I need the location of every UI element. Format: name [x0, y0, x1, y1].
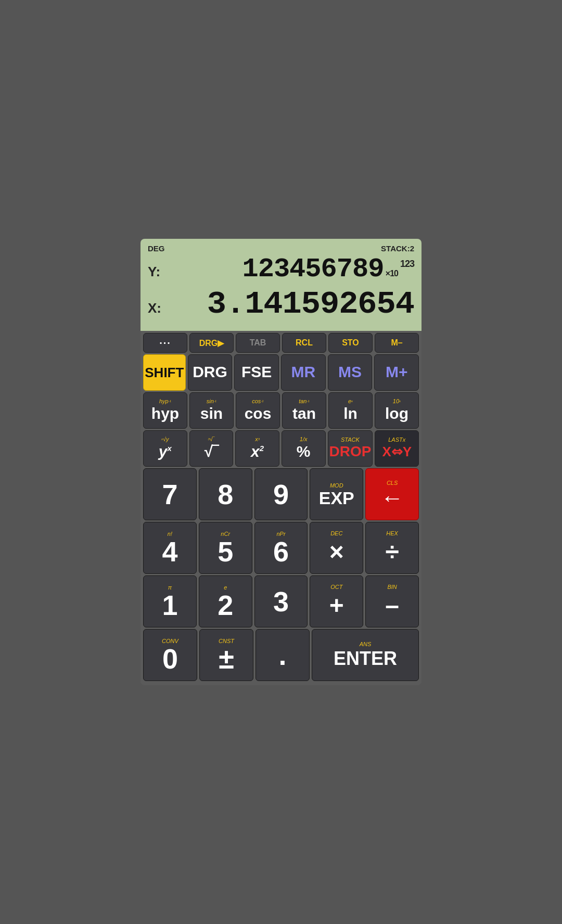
tab-label: TAB [250, 338, 266, 348]
rcl-label: RCL [296, 338, 313, 348]
sin-button[interactable]: sin-1 sin [189, 392, 234, 429]
shift-label: SHIFT [145, 365, 184, 381]
display-x-value: 3.141592654 [167, 286, 414, 323]
enter-label: ENTER [334, 648, 397, 670]
display-x10: ×10 [384, 269, 398, 278]
drg-top-label: DRG▶ [199, 338, 224, 348]
drop-button[interactable]: STACK DROP [328, 430, 373, 467]
shift-button[interactable]: SHIFT [143, 354, 186, 391]
dot-label: . [278, 641, 286, 669]
fse-button[interactable]: FSE [234, 354, 279, 391]
mminus-button[interactable]: M– [375, 333, 419, 353]
row-shift: SHIFT DRG FSE MR MS M+ [143, 354, 419, 391]
tan-inv-label: tan-1 [299, 397, 310, 405]
plus-label: + [329, 591, 344, 620]
drg-button[interactable]: DRG [188, 354, 233, 391]
display-stack: STACK:2 [381, 244, 414, 253]
calculator: DEG STACK:2 Y: 123456789 ×10123 X: 3.141… [140, 239, 422, 685]
hyp-label: hyp [151, 405, 179, 422]
cos-button[interactable]: cos-1 cos [236, 392, 280, 429]
display-y-value: 123456789 ×10123 [167, 254, 414, 285]
zero-button[interactable]: CONV 0 [143, 629, 197, 681]
mminus-label: M– [391, 338, 402, 348]
row-123: π 1 e 2 3 OCT + BIN – [143, 575, 419, 627]
exp-button[interactable]: MOD EXP [310, 468, 363, 520]
lastx-label: LASTx [388, 437, 405, 444]
xy-label: X⇔Y [382, 444, 412, 460]
backspace-button[interactable]: CLS ← [365, 468, 419, 520]
ms-button[interactable]: MS [328, 354, 373, 391]
xy-button[interactable]: LASTx X⇔Y [375, 430, 419, 467]
oct-label: OCT [330, 584, 342, 591]
stack-label: STACK [341, 436, 360, 443]
hyp-button[interactable]: hyp-1 hyp [143, 392, 187, 429]
mr-label: MR [291, 363, 316, 381]
five-label: 5 [218, 537, 233, 566]
three-button[interactable]: 3 [254, 575, 308, 627]
divide-button[interactable]: HEX ÷ [365, 522, 419, 574]
times-button[interactable]: DEC × [310, 522, 363, 574]
xcubed-label: x3 [255, 435, 260, 443]
cos-label: cos [245, 405, 272, 422]
sqrt-label: √‾ [205, 443, 218, 460]
six-button[interactable]: nPr 6 [254, 522, 308, 574]
five-button[interactable]: nCr 5 [199, 522, 252, 574]
dots-label: ··· [159, 337, 171, 349]
dots-button[interactable]: ··· [143, 333, 187, 353]
tan-button[interactable]: tan-1 tan [282, 392, 326, 429]
display-y-label: Y: [148, 264, 167, 280]
plusminus-button[interactable]: CNST ± [199, 629, 253, 681]
sto-button[interactable]: STO [328, 333, 373, 353]
backspace-label: ← [381, 486, 404, 509]
two-label: 2 [218, 591, 233, 619]
dot-button[interactable]: . [256, 629, 310, 681]
xsq-label: x2 [251, 443, 264, 460]
four-button[interactable]: n! 4 [143, 522, 197, 574]
ln-button[interactable]: ex ln [328, 392, 373, 429]
row-power: x√y yx 3√‾ √‾ x3 x2 1/x % STACK DROP LAS… [143, 430, 419, 467]
one-label: 1 [162, 591, 177, 619]
nine-label: 9 [273, 480, 289, 508]
two-button[interactable]: e 2 [199, 575, 252, 627]
nine-button[interactable]: 9 [254, 468, 308, 520]
log-label: log [385, 405, 408, 422]
sqrt-button[interactable]: 3√‾ √‾ [189, 430, 234, 467]
ans-label: ANS [360, 640, 372, 648]
display-mode-row: DEG STACK:2 [148, 244, 414, 253]
mplus-button[interactable]: M+ [374, 354, 419, 391]
row-0-enter: CONV 0 CNST ± . ANS ENTER [143, 629, 419, 681]
row-trig: hyp-1 hyp sin-1 sin cos-1 cos tan-1 tan … [143, 392, 419, 429]
zero-label: 0 [162, 645, 178, 673]
rcl-button[interactable]: RCL [282, 333, 326, 353]
times-label: × [329, 537, 344, 566]
pct-button[interactable]: 1/x % [282, 430, 326, 467]
divide-label: ÷ [385, 537, 399, 566]
plus-button[interactable]: OCT + [310, 575, 363, 627]
plusminus-label: ± [219, 645, 234, 673]
tab-button[interactable]: TAB [236, 333, 280, 353]
six-label: 6 [273, 537, 289, 566]
display-x-label: X: [148, 300, 167, 316]
three-label: 3 [273, 587, 289, 615]
eight-button[interactable]: 8 [199, 468, 252, 520]
mr-button[interactable]: MR [281, 354, 326, 391]
display-y-exponent: 123 [400, 259, 414, 269]
four-label: 4 [162, 537, 177, 566]
row-utility: ··· DRG▶ TAB RCL STO M– [143, 333, 419, 353]
enter-button[interactable]: ANS ENTER [312, 629, 419, 681]
sto-label: STO [342, 338, 359, 348]
display-x-row: X: 3.141592654 [148, 286, 414, 323]
exp-label: EXP [319, 489, 354, 507]
xsq-button[interactable]: x3 x2 [235, 430, 279, 467]
minus-button[interactable]: BIN – [365, 575, 419, 627]
seven-button[interactable]: 7 [143, 468, 197, 520]
pct-label: % [297, 443, 311, 460]
xrooty-label: x√y [161, 435, 169, 443]
yx-button[interactable]: x√y yx [143, 430, 187, 467]
hex-label: HEX [386, 530, 398, 537]
drg-top-button[interactable]: DRG▶ [189, 333, 234, 353]
eight-label: 8 [218, 480, 233, 508]
bin-label: BIN [387, 584, 397, 591]
log-button[interactable]: 10x log [375, 392, 419, 429]
one-button[interactable]: π 1 [143, 575, 197, 627]
